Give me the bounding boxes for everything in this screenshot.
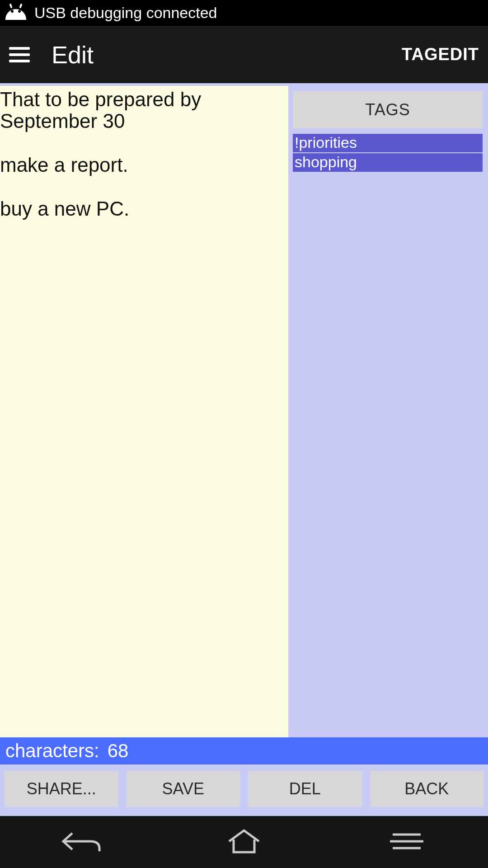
android-status-bar: USB debugging connected <box>0 0 488 26</box>
android-icon <box>5 6 26 20</box>
app-header: Edit TAGEDIT <box>0 26 488 83</box>
share-button[interactable]: SHARE... <box>5 771 118 807</box>
char-label: characters: <box>5 740 99 762</box>
tags-sidebar: TAGS !priorities shopping <box>288 86 488 737</box>
android-nav-bar <box>0 816 488 868</box>
back-button[interactable]: BACK <box>370 771 484 807</box>
page-title: Edit <box>52 41 94 69</box>
tag-item-shopping[interactable]: shopping <box>293 153 483 172</box>
save-button[interactable]: SAVE <box>127 771 240 807</box>
del-button[interactable]: DEL <box>248 771 362 807</box>
nav-home-icon[interactable] <box>217 826 271 857</box>
tag-list: !priorities shopping <box>293 134 483 172</box>
tagedit-button[interactable]: TAGEDIT <box>402 45 479 64</box>
content-area: That to be prepared by September 30 make… <box>0 83 488 816</box>
note-editor[interactable]: That to be prepared by September 30 make… <box>0 86 288 737</box>
nav-back-icon[interactable] <box>54 826 108 857</box>
character-counter: characters: 68 <box>0 737 488 764</box>
char-value: 68 <box>108 740 129 762</box>
action-button-row: SHARE... SAVE DEL BACK <box>0 764 488 816</box>
menu-icon[interactable] <box>9 47 30 62</box>
status-bar-text: USB debugging connected <box>34 4 217 22</box>
tags-button[interactable]: TAGS <box>293 91 483 128</box>
nav-recent-icon[interactable] <box>380 826 434 857</box>
tag-item-priorities[interactable]: !priorities <box>293 134 483 152</box>
